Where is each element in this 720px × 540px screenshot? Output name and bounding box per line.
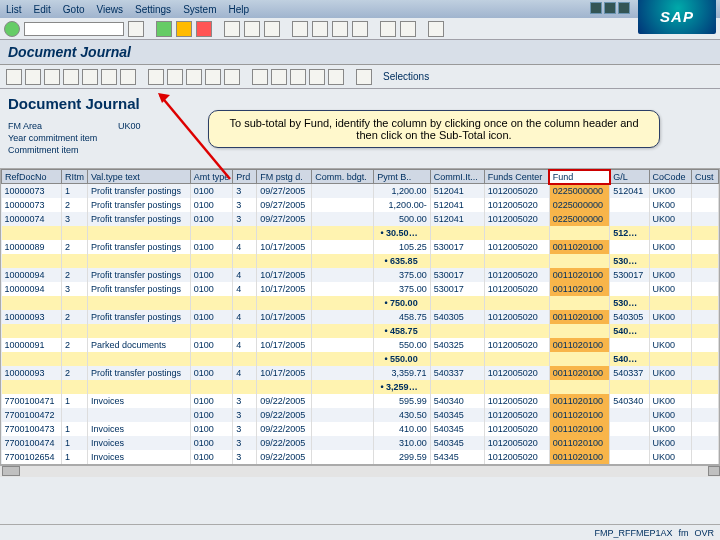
table-row[interactable]: 100000892Profit transfer postings0100410…: [2, 240, 719, 254]
window-buttons: [590, 2, 630, 14]
table-row[interactable]: • 550.00540…: [2, 352, 719, 366]
col-header-commi-it-[interactable]: CommI.It...: [430, 170, 484, 184]
command-field[interactable]: [24, 22, 124, 36]
table-row[interactable]: • 635.85530…: [2, 254, 719, 268]
scrollbar-right-arrow-icon[interactable]: [708, 466, 720, 476]
refresh-icon[interactable]: [25, 69, 41, 85]
layout-change-icon[interactable]: [290, 69, 306, 85]
layout-select-icon[interactable]: [309, 69, 325, 85]
menu-list[interactable]: List: [6, 4, 22, 15]
table-row[interactable]: 77001004711Invoices0100309/22/2005595.99…: [2, 394, 719, 408]
window-max-icon[interactable]: [604, 2, 616, 14]
window-min-icon[interactable]: [590, 2, 602, 14]
table-row[interactable]: 100000732Profit transfer postings0100309…: [2, 198, 719, 212]
table-row[interactable]: 100000942Profit transfer postings0100410…: [2, 268, 719, 282]
alv-grid[interactable]: RefDocNoRItmVal.type textAmt typePrdFM p…: [0, 168, 720, 465]
word-icon[interactable]: [186, 69, 202, 85]
menu-help[interactable]: Help: [228, 4, 249, 15]
sort-desc-icon[interactable]: [63, 69, 79, 85]
table-row[interactable]: 77001004731Invoices0100309/22/2005410.00…: [2, 422, 719, 436]
menu-system[interactable]: System: [183, 4, 216, 15]
next-page-icon[interactable]: [332, 21, 348, 37]
sort-asc-icon[interactable]: [44, 69, 60, 85]
new-session-icon[interactable]: [380, 21, 396, 37]
menu-goto[interactable]: Goto: [63, 4, 85, 15]
layout-save-icon[interactable]: [328, 69, 344, 85]
table-row[interactable]: 77001004720100309/22/2005430.50540345101…: [2, 408, 719, 422]
menu-settings[interactable]: Settings: [135, 4, 171, 15]
status-client: fm: [678, 528, 688, 538]
mail-icon[interactable]: [224, 69, 240, 85]
screen-title: Document Journal: [0, 40, 720, 65]
col-header-fm-pstg-d-[interactable]: FM pstg d.: [257, 170, 312, 184]
graphic-icon[interactable]: [271, 69, 287, 85]
col-header-funds-center[interactable]: Funds Center: [484, 170, 549, 184]
first-page-icon[interactable]: [292, 21, 308, 37]
col-header-ritm[interactable]: RItm: [61, 170, 87, 184]
year-commitment-label: Year commitment item: [8, 132, 118, 144]
local-file-icon[interactable]: [205, 69, 221, 85]
col-header-comm-bdgt-[interactable]: Comm. bdgt.: [312, 170, 374, 184]
status-session: FMP_RFFMEP1AX: [594, 528, 672, 538]
filter-icon[interactable]: [82, 69, 98, 85]
info-icon[interactable]: [356, 69, 372, 85]
table-row[interactable]: 77001026541Invoices0100309/22/2005299.59…: [2, 450, 719, 464]
print-preview-icon[interactable]: [148, 69, 164, 85]
window-close-icon[interactable]: [618, 2, 630, 14]
subtotal-icon[interactable]: [120, 69, 136, 85]
details-icon[interactable]: [6, 69, 22, 85]
status-bar: FMP_RFFMEP1AX fm OVR: [0, 524, 720, 540]
scrollbar-thumb[interactable]: [2, 466, 20, 476]
commitment-item-label: Commitment item: [8, 144, 118, 156]
table-row[interactable]: • 750.00530…: [2, 296, 719, 310]
shortcut-icon[interactable]: [400, 21, 416, 37]
col-header-pymt-b-[interactable]: Pymt B..: [374, 170, 430, 184]
horizontal-scrollbar[interactable]: [0, 465, 720, 477]
fm-area-label: FM Area: [8, 120, 118, 132]
col-header-fund[interactable]: Fund: [549, 170, 609, 184]
table-row[interactable]: • 30.50…512…: [2, 226, 719, 240]
table-row[interactable]: 100000932Profit transfer postings0100410…: [2, 310, 719, 324]
table-row[interactable]: 100000731Profit transfer postings0100309…: [2, 184, 719, 198]
table-row[interactable]: 100000743Profit transfer postings0100309…: [2, 212, 719, 226]
table-row[interactable]: 77001004741Invoices0100309/22/2005310.00…: [2, 436, 719, 450]
find-icon[interactable]: [244, 21, 260, 37]
selections-button[interactable]: Selections: [383, 71, 429, 82]
cancel-icon[interactable]: [196, 21, 212, 37]
col-header-g-l[interactable]: G/L: [610, 170, 649, 184]
col-header-cocode[interactable]: CoCode: [649, 170, 691, 184]
enter-icon[interactable]: [4, 21, 20, 37]
sap-logo: SAP: [638, 0, 716, 34]
table-row[interactable]: 100000912Parked documents0100410/17/2005…: [2, 338, 719, 352]
total-icon[interactable]: [101, 69, 117, 85]
menu-edit[interactable]: Edit: [34, 4, 51, 15]
menu-views[interactable]: Views: [96, 4, 123, 15]
col-header-cust[interactable]: Cust: [691, 170, 718, 184]
application-toolbar: Selections: [0, 65, 720, 89]
excel-icon[interactable]: [167, 69, 183, 85]
help-icon[interactable]: [428, 21, 444, 37]
back-icon[interactable]: [156, 21, 172, 37]
abc-icon[interactable]: [252, 69, 268, 85]
find-next-icon[interactable]: [264, 21, 280, 37]
exit-icon[interactable]: [176, 21, 192, 37]
last-page-icon[interactable]: [352, 21, 368, 37]
table-row[interactable]: • 3,259…: [2, 380, 719, 394]
prev-page-icon[interactable]: [312, 21, 328, 37]
col-header-refdocno[interactable]: RefDocNo: [2, 170, 62, 184]
tutorial-callout: To sub-total by Fund, identify the colum…: [208, 110, 660, 148]
table-row[interactable]: • 458.75540…: [2, 324, 719, 338]
save-icon[interactable]: [128, 21, 144, 37]
table-row[interactable]: 100000932Profit transfer postings0100410…: [2, 366, 719, 380]
status-ovr: OVR: [694, 528, 714, 538]
standard-toolbar: [0, 18, 720, 40]
menu-bar: List Edit Goto Views Settings System Hel…: [0, 0, 720, 18]
table-row[interactable]: 100000943Profit transfer postings0100410…: [2, 282, 719, 296]
column-header-row[interactable]: RefDocNoRItmVal.type textAmt typePrdFM p…: [2, 170, 719, 184]
print-icon[interactable]: [224, 21, 240, 37]
